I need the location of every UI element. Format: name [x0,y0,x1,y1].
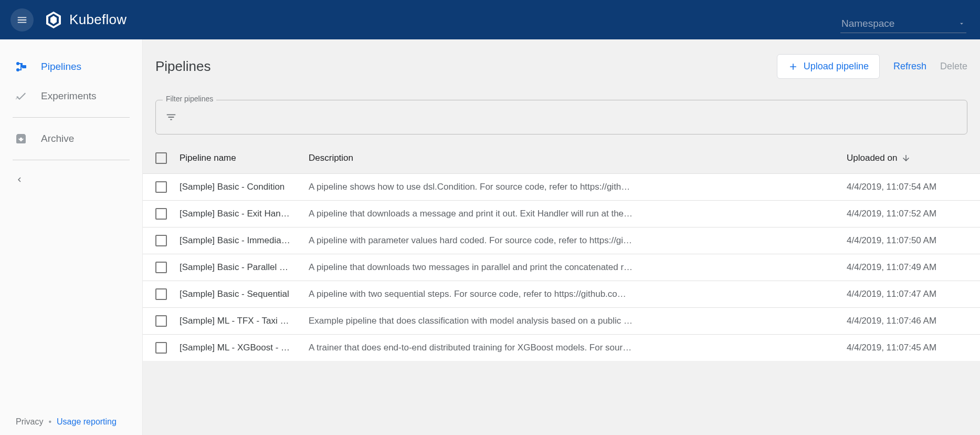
pipeline-description: A trainer that does end-to-end distribut… [309,343,847,353]
column-uploaded[interactable]: Uploaded on [847,153,967,163]
kubeflow-logo-icon [44,11,63,29]
usage-reporting-link[interactable]: Usage reporting [57,417,117,427]
sidebar-item-pipelines[interactable]: Pipelines [0,52,142,81]
sidebar-divider-2 [13,160,130,160]
pipeline-name[interactable]: [Sample] Basic - Parallel … [180,262,309,273]
pipelines-table: Pipeline name Description Uploaded on [S… [143,143,980,361]
sidebar-item-archive[interactable]: Archive [0,124,142,153]
arrow-down-icon [901,153,911,163]
menu-toggle[interactable] [10,8,34,32]
table-row[interactable]: [Sample] Basic - SequentialA pipeline wi… [143,281,980,307]
row-checkbox[interactable] [155,181,167,193]
row-checkbox[interactable] [155,288,167,300]
pipeline-date: 4/4/2019, 11:07:46 AM [847,316,967,326]
brand-area: Kubeflow [44,11,127,29]
pipeline-description: Example pipeline that does classificatio… [309,316,847,326]
column-uploaded-label: Uploaded on [847,153,897,163]
svg-point-3 [16,62,19,65]
pipeline-name[interactable]: [Sample] ML - TFX - Taxi … [180,316,309,326]
table-row[interactable]: [Sample] Basic - Parallel …A pipeline th… [143,254,980,281]
upload-label: Upload pipeline [804,61,869,72]
svg-point-4 [16,68,19,71]
hamburger-icon [16,14,28,26]
refresh-button[interactable]: Refresh [893,61,926,72]
pipeline-description: A pipeline with two sequential steps. Fo… [309,289,847,299]
app-header: Kubeflow Namespace [0,0,980,39]
experiments-icon [15,90,27,102]
sidebar-footer: Privacy • Usage reporting [0,409,142,435]
row-checkbox[interactable] [155,208,167,220]
filter-box[interactable] [155,100,967,134]
sidebar-pipelines-label: Pipelines [41,61,81,72]
pipeline-description: A pipeline with parameter values hard co… [309,235,847,246]
pipelines-icon [15,60,27,73]
row-checkbox[interactable] [155,262,167,273]
row-checkbox[interactable] [155,315,167,327]
filter-label: Filter pipelines [163,95,216,103]
table-row[interactable]: [Sample] Basic - Exit Han…A pipeline tha… [143,200,980,227]
page-toolbar: Pipelines Upload pipeline Refresh Delete [143,39,980,100]
row-checkbox[interactable] [155,342,167,354]
page-title: Pipelines [155,58,211,75]
privacy-link[interactable]: Privacy [16,417,43,427]
pipeline-description: A pipeline that downloads two messages i… [309,262,847,273]
sidebar-divider [13,117,130,118]
select-all-checkbox[interactable] [155,152,167,164]
table-header: Pipeline name Description Uploaded on [143,143,980,173]
pipeline-name[interactable]: [Sample] ML - XGBoost - … [180,343,309,353]
table-row[interactable]: [Sample] ML - TFX - Taxi …Example pipeli… [143,307,980,334]
pipeline-date: 4/4/2019, 11:07:47 AM [847,289,967,299]
sidebar: Pipelines Experiments Archive Privacy • … [0,39,143,435]
table-row[interactable]: [Sample] Basic - ConditionA pipeline sho… [143,173,980,200]
plus-icon [788,61,798,72]
pipeline-name[interactable]: [Sample] Basic - Exit Han… [180,209,309,219]
delete-button[interactable]: Delete [940,61,967,72]
upload-pipeline-button[interactable]: Upload pipeline [777,54,880,79]
filter-icon [165,111,177,123]
brand-name: Kubeflow [69,12,127,28]
separator-dot: • [48,417,51,427]
sidebar-collapse[interactable] [0,167,142,195]
pipeline-date: 4/4/2019, 11:07:50 AM [847,235,967,246]
sidebar-archive-label: Archive [41,133,74,144]
chevron-left-icon [15,175,24,184]
main-content: Pipelines Upload pipeline Refresh Delete… [143,39,980,435]
column-description[interactable]: Description [309,153,847,163]
pipeline-name[interactable]: [Sample] Basic - Immedia… [180,235,309,246]
namespace-label: Namespace [841,18,894,29]
svg-rect-5 [22,65,26,68]
filter-input[interactable] [184,112,957,122]
sidebar-experiments-label: Experiments [41,90,97,102]
pipeline-name[interactable]: [Sample] Basic - Sequential [180,289,309,299]
pipeline-date: 4/4/2019, 11:07:49 AM [847,262,967,273]
table-row[interactable]: [Sample] Basic - Immedia…A pipeline with… [143,227,980,254]
pipeline-date: 4/4/2019, 11:07:45 AM [847,343,967,353]
namespace-selector[interactable]: Namespace [840,16,966,33]
archive-icon [15,132,27,145]
table-row[interactable]: [Sample] ML - XGBoost - …A trainer that … [143,334,980,361]
row-checkbox[interactable] [155,235,167,246]
pipeline-description: A pipeline that downloads a message and … [309,209,847,219]
sidebar-item-experiments[interactable]: Experiments [0,81,142,111]
table-body: [Sample] Basic - ConditionA pipeline sho… [143,173,980,361]
pipeline-date: 4/4/2019, 11:07:54 AM [847,182,967,192]
pipeline-name[interactable]: [Sample] Basic - Condition [180,182,309,192]
dropdown-icon [958,20,965,27]
pipeline-description: A pipeline shows how to use dsl.Conditio… [309,182,847,192]
pipeline-date: 4/4/2019, 11:07:52 AM [847,209,967,219]
column-name[interactable]: Pipeline name [180,153,309,163]
filter-container: Filter pipelines [155,100,967,134]
